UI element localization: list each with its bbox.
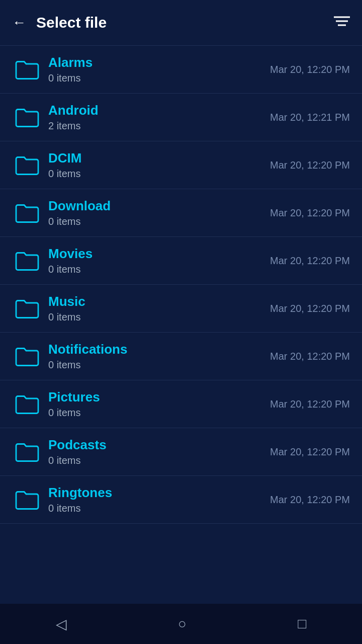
nav-home-button[interactable]: ○ bbox=[178, 616, 187, 632]
folder-date: Mar 20, 12:20 PM bbox=[270, 398, 350, 410]
folder-icon bbox=[12, 489, 42, 511]
folder-date: Mar 20, 12:21 PM bbox=[270, 112, 350, 123]
folder-date: Mar 20, 12:20 PM bbox=[270, 159, 350, 171]
folder-date: Mar 20, 12:20 PM bbox=[270, 494, 350, 506]
list-item[interactable]: Movies 0 items Mar 20, 12:20 PM bbox=[0, 237, 362, 285]
folder-count: 0 items bbox=[48, 503, 270, 514]
folder-info: Podcasts 0 items bbox=[42, 437, 270, 466]
folder-name: Alarms bbox=[48, 55, 270, 70]
folder-count: 0 items bbox=[48, 407, 270, 419]
folder-icon bbox=[12, 250, 42, 272]
folder-name: Notifications bbox=[48, 342, 270, 357]
list-item[interactable]: Music 0 items Mar 20, 12:20 PM bbox=[0, 285, 362, 333]
app-header: ← Select file bbox=[0, 0, 362, 45]
folder-name: DCIM bbox=[48, 150, 270, 166]
nav-recents-button[interactable]: □ bbox=[298, 616, 306, 632]
folder-count: 2 items bbox=[48, 120, 270, 132]
folder-name: Movies bbox=[48, 246, 270, 262]
page-title: Select file bbox=[36, 14, 107, 31]
folder-count: 0 items bbox=[48, 455, 270, 466]
folder-date: Mar 20, 12:20 PM bbox=[270, 303, 350, 314]
list-item[interactable]: Alarms 0 items Mar 20, 12:20 PM bbox=[0, 46, 362, 94]
folder-name: Android bbox=[48, 103, 270, 118]
list-item[interactable]: Notifications 0 items Mar 20, 12:20 PM bbox=[0, 333, 362, 380]
folder-count: 0 items bbox=[48, 359, 270, 371]
folder-count: 0 items bbox=[48, 216, 270, 227]
folder-date: Mar 20, 12:20 PM bbox=[270, 446, 350, 458]
folder-count: 0 items bbox=[48, 264, 270, 275]
folder-info: Download 0 items bbox=[42, 198, 270, 227]
folder-icon bbox=[12, 441, 42, 463]
folder-info: Android 2 items bbox=[42, 103, 270, 132]
folder-icon bbox=[12, 345, 42, 367]
list-item[interactable]: Download 0 items Mar 20, 12:20 PM bbox=[0, 189, 362, 237]
folder-info: Movies 0 items bbox=[42, 246, 270, 275]
folder-name: Podcasts bbox=[48, 437, 270, 453]
folder-info: Ringtones 0 items bbox=[42, 485, 270, 514]
folder-count: 0 items bbox=[48, 168, 270, 180]
list-item[interactable]: Android 2 items Mar 20, 12:21 PM bbox=[0, 94, 362, 141]
folder-count: 0 items bbox=[48, 311, 270, 323]
nav-back-button[interactable]: ◁ bbox=[56, 616, 67, 632]
filter-icon[interactable] bbox=[334, 15, 350, 31]
folder-date: Mar 20, 12:20 PM bbox=[270, 255, 350, 267]
list-item[interactable]: Podcasts 0 items Mar 20, 12:20 PM bbox=[0, 428, 362, 476]
folder-name: Ringtones bbox=[48, 485, 270, 501]
folder-info: Music 0 items bbox=[42, 294, 270, 323]
folder-info: Pictures 0 items bbox=[42, 389, 270, 419]
folder-count: 0 items bbox=[48, 72, 270, 84]
folder-date: Mar 20, 12:20 PM bbox=[270, 207, 350, 219]
folder-list: Alarms 0 items Mar 20, 12:20 PM Android … bbox=[0, 46, 362, 604]
list-item[interactable]: Pictures 0 items Mar 20, 12:20 PM bbox=[0, 380, 362, 428]
folder-date: Mar 20, 12:20 PM bbox=[270, 64, 350, 75]
folder-name: Pictures bbox=[48, 389, 270, 405]
back-button[interactable]: ← bbox=[12, 15, 26, 31]
folder-icon bbox=[12, 202, 42, 224]
navigation-bar: ◁ ○ □ bbox=[0, 604, 362, 644]
folder-info: Notifications 0 items bbox=[42, 342, 270, 371]
header-left: ← Select file bbox=[12, 14, 107, 31]
folder-info: Alarms 0 items bbox=[42, 55, 270, 84]
folder-name: Music bbox=[48, 294, 270, 309]
folder-icon bbox=[12, 154, 42, 176]
folder-date: Mar 20, 12:20 PM bbox=[270, 351, 350, 362]
list-item[interactable]: DCIM 0 items Mar 20, 12:20 PM bbox=[0, 141, 362, 189]
folder-icon bbox=[12, 393, 42, 415]
folder-icon bbox=[12, 58, 42, 80]
folder-info: DCIM 0 items bbox=[42, 150, 270, 180]
folder-icon bbox=[12, 297, 42, 319]
list-item[interactable]: Ringtones 0 items Mar 20, 12:20 PM bbox=[0, 476, 362, 524]
folder-icon bbox=[12, 106, 42, 128]
folder-name: Download bbox=[48, 198, 270, 214]
